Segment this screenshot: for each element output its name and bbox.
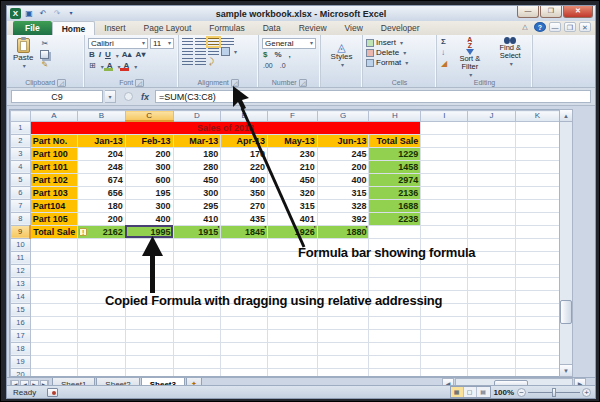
cell-H2[interactable]: Total Sale — [369, 134, 421, 147]
cell-C10[interactable] — [125, 238, 173, 251]
cell-E7[interactable]: 270 — [221, 199, 268, 212]
cell-E14[interactable] — [221, 290, 268, 303]
cell-D10[interactable] — [173, 238, 221, 251]
select-all-corner[interactable] — [11, 111, 31, 122]
cell-F7[interactable]: 315 — [268, 199, 318, 212]
cell-H20[interactable] — [369, 368, 421, 377]
row-header-8[interactable]: 8 — [11, 212, 31, 225]
cell-G2[interactable]: Jun-13 — [317, 134, 369, 147]
insert-function-icon[interactable]: fx — [141, 92, 149, 102]
cell-B17[interactable] — [78, 329, 126, 342]
cell-J8[interactable] — [468, 212, 515, 225]
page-layout-view-icon[interactable]: ▢ — [464, 387, 477, 397]
cell-K16[interactable] — [515, 316, 559, 329]
align-top-icon[interactable] — [182, 38, 193, 46]
cell-C3[interactable]: 200 — [125, 147, 173, 160]
cell-E12[interactable] — [221, 264, 268, 277]
cell-F20[interactable] — [268, 368, 318, 377]
cell-D15[interactable] — [173, 303, 221, 316]
cell-B4[interactable]: 248 — [78, 160, 126, 173]
row-header-5[interactable]: 5 — [11, 173, 31, 186]
cell-I13[interactable] — [421, 277, 468, 290]
doc-close-icon[interactable]: ✕ — [579, 22, 591, 32]
cell-K18[interactable] — [515, 342, 559, 355]
cell-I18[interactable] — [421, 342, 468, 355]
increase-indent-icon[interactable] — [195, 58, 206, 66]
cell-I6[interactable] — [421, 186, 468, 199]
cell-B11[interactable] — [78, 251, 126, 264]
cell-A18[interactable] — [30, 342, 77, 355]
font-dialog-launcher-icon[interactable]: ◿ — [135, 79, 144, 87]
cell-G8[interactable]: 392 — [317, 212, 369, 225]
insert-cells-button[interactable]: Insert▾ — [366, 38, 433, 47]
row-header-13[interactable]: 13 — [11, 277, 31, 290]
cell-K17[interactable] — [515, 329, 559, 342]
cell-F13[interactable] — [268, 277, 318, 290]
row-header-20[interactable]: 20 — [11, 368, 31, 377]
row-header-16[interactable]: 16 — [11, 316, 31, 329]
cell-C8[interactable]: 400 — [125, 212, 173, 225]
cell-D8[interactable]: 410 — [173, 212, 221, 225]
scroll-down-icon[interactable]: ▼ — [560, 364, 572, 376]
column-header-C[interactable]: C — [125, 111, 173, 122]
vertical-scrollbar[interactable]: ▲ ▼ — [559, 109, 573, 377]
format-painter-icon[interactable]: ✎ — [40, 60, 49, 70]
cell-K7[interactable] — [515, 199, 559, 212]
cell-A1[interactable]: Sales of 2013 — [30, 121, 421, 134]
cell-D11[interactable] — [173, 251, 221, 264]
cell-K12[interactable] — [515, 264, 559, 277]
cell-H11[interactable] — [369, 251, 421, 264]
tab-review[interactable]: Review — [290, 21, 336, 35]
font-color-button[interactable]: A — [123, 61, 131, 71]
cell-E19[interactable] — [221, 355, 268, 368]
paste-dropdown-icon[interactable]: ▾ — [23, 62, 26, 69]
row-header-18[interactable]: 18 — [11, 342, 31, 355]
fill-color-button[interactable]: A — [106, 61, 114, 71]
cell-K3[interactable] — [515, 147, 559, 160]
cell-A15[interactable] — [30, 303, 77, 316]
vertical-scroll-thumb[interactable] — [560, 300, 572, 324]
cell-C17[interactable] — [125, 329, 173, 342]
cell-E11[interactable] — [221, 251, 268, 264]
cell-H16[interactable] — [369, 316, 421, 329]
align-center-icon[interactable] — [195, 48, 206, 56]
cell-H5[interactable]: 2974 — [369, 173, 421, 186]
cell-K11[interactable] — [515, 251, 559, 264]
clear-icon[interactable]: ◢ — [440, 59, 448, 69]
tab-formulas[interactable]: Formulas — [200, 21, 253, 35]
cell-D16[interactable] — [173, 316, 221, 329]
cell-C13[interactable] — [125, 277, 173, 290]
cell-E2[interactable]: Apr-13 — [221, 134, 268, 147]
cell-D18[interactable] — [173, 342, 221, 355]
column-header-H[interactable]: H — [369, 111, 421, 122]
scroll-up-icon[interactable]: ▲ — [560, 110, 572, 122]
cell-A14[interactable] — [30, 290, 77, 303]
minimize-button[interactable]: — — [517, 6, 539, 18]
cell-K4[interactable] — [515, 160, 559, 173]
cell-K15[interactable] — [515, 303, 559, 316]
cell-F2[interactable]: May-13 — [268, 134, 318, 147]
cell-D7[interactable]: 295 — [173, 199, 221, 212]
find-select-button[interactable]: Find & Select▾ — [492, 37, 529, 79]
cell-J1[interactable] — [468, 121, 515, 134]
cell-A8[interactable]: Part 105 — [30, 212, 77, 225]
cell-J19[interactable] — [468, 355, 515, 368]
cell-H17[interactable] — [369, 329, 421, 342]
cell-F8[interactable]: 401 — [268, 212, 318, 225]
cell-I2[interactable] — [421, 134, 468, 147]
cell-A9[interactable]: Total Sale — [30, 225, 77, 238]
cell-E13[interactable] — [221, 277, 268, 290]
cell-K10[interactable] — [515, 238, 559, 251]
doc-minimize-icon[interactable]: — — [549, 22, 561, 32]
percent-style-icon[interactable]: % — [273, 50, 282, 60]
column-header-G[interactable]: G — [317, 111, 369, 122]
cell-E20[interactable] — [221, 368, 268, 377]
cell-C18[interactable] — [125, 342, 173, 355]
cell-K20[interactable] — [515, 368, 559, 377]
row-header-12[interactable]: 12 — [11, 264, 31, 277]
cell-G14[interactable] — [317, 290, 369, 303]
cell-B13[interactable] — [78, 277, 126, 290]
merge-center-icon[interactable] — [221, 47, 230, 56]
name-box[interactable]: C9 — [11, 90, 103, 103]
close-button[interactable]: ✕ — [563, 6, 593, 18]
